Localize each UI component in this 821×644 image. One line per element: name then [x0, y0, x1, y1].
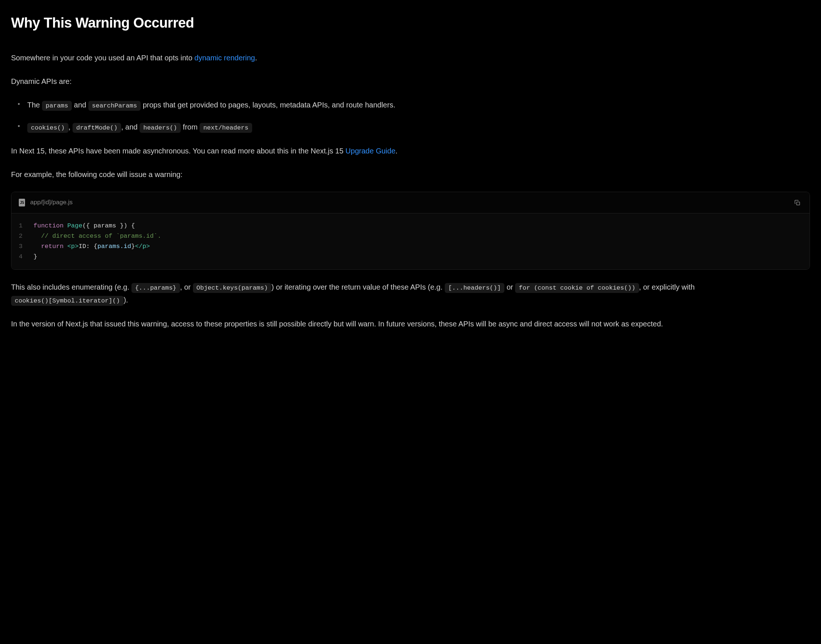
section-heading: Why This Warning Occurred [11, 11, 810, 35]
text: or [504, 283, 515, 291]
li-text: , [69, 123, 72, 131]
dynamic-apis-list: The params and searchParams props that g… [11, 99, 810, 134]
copy-button[interactable] [793, 198, 802, 207]
inline-code: params [42, 101, 72, 111]
intro-text-before: Somewhere in your code you used an API t… [11, 54, 194, 62]
svg-rect-0 [797, 202, 800, 205]
js-badge-icon: JS [19, 199, 25, 207]
upgrade-guide-link[interactable]: Upgrade Guide [345, 147, 395, 155]
inline-code: for (const cookie of cookies()) [515, 283, 639, 293]
text: ). [124, 296, 128, 304]
li-text: , and [121, 123, 140, 131]
text: ) or iterating over the return value of … [271, 283, 444, 291]
next15-paragraph: In Next 15, these APIs have been made as… [11, 145, 810, 157]
code-line: 2 // direct access of `params.id`. [19, 231, 802, 241]
copy-icon [794, 199, 801, 206]
inline-code: headers() [140, 123, 181, 133]
text: In Next 15, these APIs have been made as… [11, 147, 345, 155]
line-content: return <p>ID: {params.id}</p> [34, 241, 150, 252]
code-header: JS app/[id]/page.js [11, 192, 810, 213]
line-content: // direct access of `params.id`. [34, 231, 161, 241]
inline-code: cookies()[Symbol.iterator]() [11, 296, 124, 306]
token-comment: // direct access of `params.id`. [34, 233, 161, 239]
token-function: Page [68, 222, 83, 229]
intro-paragraph: Somewhere in your code you used an API t… [11, 52, 810, 64]
li-text: props that get provided to pages, layout… [141, 101, 395, 109]
code-line: 1 function Page({ params }) { [19, 221, 802, 231]
token-text: ID: { [78, 243, 97, 250]
code-line: 3 return <p>ID: {params.id}</p> [19, 241, 802, 252]
line-content: function Page({ params }) { [34, 221, 135, 231]
list-item: cookies(), draftMode(), and headers() fr… [18, 121, 810, 133]
text: This also includes enumerating (e.g. [11, 283, 132, 291]
li-text: The [27, 101, 42, 109]
code-content: 1 function Page({ params }) { 2 // direc… [11, 213, 810, 269]
enumerating-paragraph: This also includes enumerating (e.g. {..… [11, 281, 810, 307]
inline-code: next/headers [199, 123, 252, 133]
code-header-left: JS app/[id]/page.js [19, 197, 72, 208]
line-number: 1 [19, 221, 34, 231]
code-filename: app/[id]/page.js [30, 197, 72, 208]
dynamic-rendering-link[interactable]: dynamic rendering [194, 54, 255, 62]
token-tag: </p> [135, 243, 150, 250]
token-punct: ({ params }) { [83, 222, 135, 229]
intro-text-after: . [255, 54, 257, 62]
inline-code: {...params} [132, 283, 180, 293]
code-block: JS app/[id]/page.js 1 function Page({ pa… [11, 192, 810, 270]
inline-code: [...headers()] [445, 283, 505, 293]
line-content: } [34, 252, 37, 262]
inline-code: searchParams [88, 101, 141, 111]
example-intro: For example, the following code will iss… [11, 168, 810, 181]
token-tag: <p> [68, 243, 79, 250]
token-prop: params.id [97, 243, 131, 250]
inline-code: draftMode() [72, 123, 121, 133]
line-number: 4 [19, 252, 34, 262]
list-item: The params and searchParams props that g… [18, 99, 810, 112]
line-number: 3 [19, 241, 34, 252]
token-keyword: function [34, 222, 64, 229]
token-punct: } [34, 253, 37, 260]
final-paragraph: In the version of Next.js that issued th… [11, 317, 810, 330]
token-text: } [131, 243, 135, 250]
token-return: return [34, 243, 68, 250]
inline-code: Object.keys(params) [193, 283, 272, 293]
text: . [395, 147, 397, 155]
code-line: 4 } [19, 252, 802, 262]
text: , or [180, 283, 193, 291]
text: , or explicitly with [639, 283, 695, 291]
line-number: 2 [19, 231, 34, 241]
li-text: and [72, 101, 88, 109]
inline-code: cookies() [27, 123, 69, 133]
dynamic-apis-label: Dynamic APIs are: [11, 75, 810, 87]
li-text: from [181, 123, 199, 131]
